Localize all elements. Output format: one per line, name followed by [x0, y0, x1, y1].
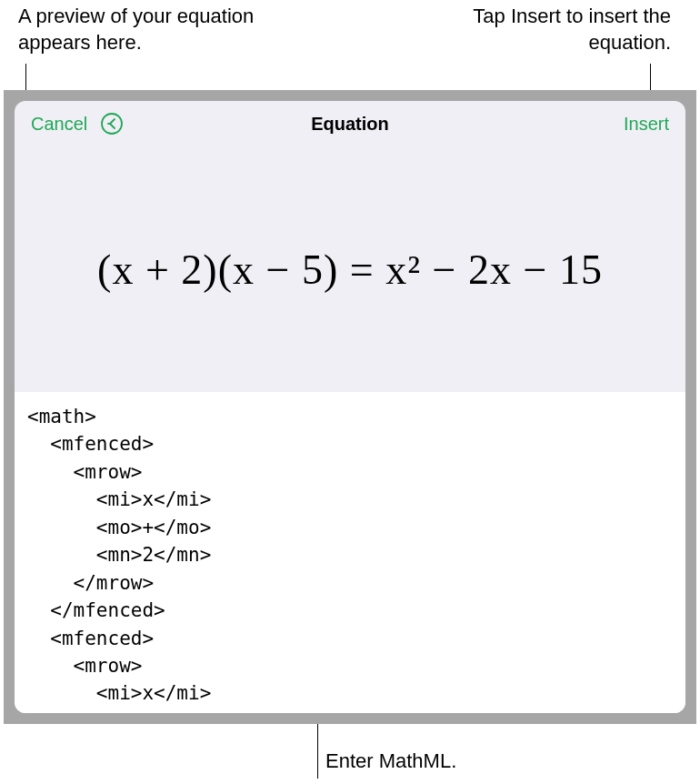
annotation-mathml: Enter MathML. [325, 749, 456, 775]
mathml-input[interactable]: <math> <mfenced> <mrow> <mi>x</mi> <mo>+… [15, 392, 685, 713]
undo-icon[interactable] [100, 112, 124, 136]
annotation-insert: Tap Insert to insert the equation. [416, 4, 671, 55]
equation-preview-area: (x + 2)(x − 5) = x² − 2x − 15 [15, 146, 685, 392]
cancel-button[interactable]: Cancel [31, 114, 87, 135]
annotation-preview: A preview of your equation appears here. [18, 4, 291, 55]
equation-preview: (x + 2)(x − 5) = x² − 2x − 15 [97, 246, 603, 294]
dialog-header: Cancel Equation Insert [15, 101, 685, 146]
dialog-title: Equation [311, 114, 389, 135]
svg-point-0 [102, 114, 122, 134]
header-left: Cancel [31, 112, 124, 136]
screenshot-frame: Cancel Equation Insert (x + 2)(x − 5) = … [4, 90, 696, 724]
insert-button[interactable]: Insert [624, 114, 669, 135]
equation-dialog: Cancel Equation Insert (x + 2)(x − 5) = … [15, 101, 685, 713]
